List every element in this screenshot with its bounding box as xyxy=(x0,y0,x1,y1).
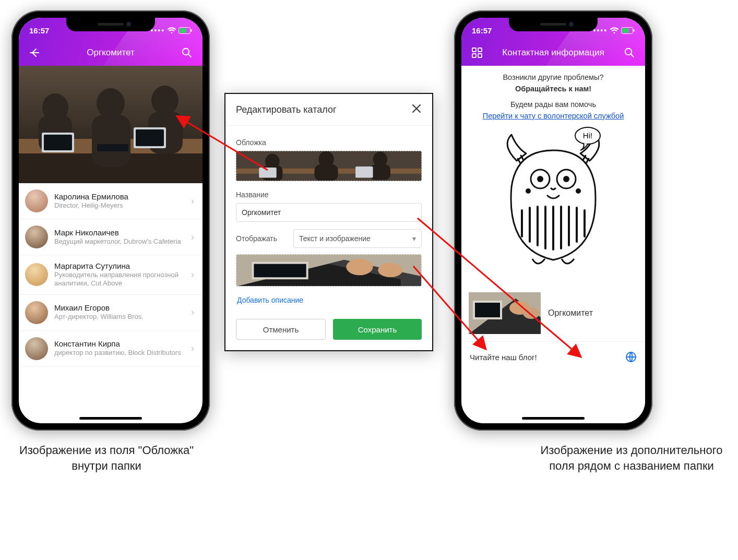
notch xyxy=(66,18,155,31)
avatar xyxy=(25,263,48,286)
svg-rect-23 xyxy=(314,164,338,181)
contact-name: Маргарита Сутулина xyxy=(54,261,185,271)
list-item[interactable]: Константин Кирпадиректор по развитию, Bl… xyxy=(19,331,203,367)
svg-rect-37 xyxy=(634,29,635,32)
svg-point-50 xyxy=(576,188,581,194)
status-time: 16:57 xyxy=(29,26,49,35)
close-button[interactable] xyxy=(411,103,422,116)
dialog-title: Редактировать каталог xyxy=(236,104,337,115)
svg-rect-15 xyxy=(44,135,72,150)
svg-rect-1 xyxy=(180,28,186,33)
svg-point-65 xyxy=(523,307,540,319)
svg-rect-17 xyxy=(97,144,128,151)
page-title: Контактная информация xyxy=(485,47,621,58)
contact-sub: директор по развитию, Block Distributors xyxy=(54,349,185,357)
caption-left: Изображение из поля "Обложка" внутри пап… xyxy=(18,443,195,473)
contact-sub: Ведущий маркетолог, Dubrow's Cafeteria xyxy=(54,237,185,246)
svg-rect-2 xyxy=(191,29,192,32)
arrow-left-icon xyxy=(29,47,40,58)
battery-icon xyxy=(178,27,192,34)
close-icon xyxy=(411,103,422,114)
svg-rect-26 xyxy=(259,168,276,178)
screen-right: 16:57 ●●●● Контактная информация xyxy=(461,18,645,423)
info-line: Будем рады вам помочь xyxy=(469,100,638,109)
page-title: Оргкомитет xyxy=(43,47,178,58)
search-icon xyxy=(181,47,193,58)
volunteer-chat-link[interactable]: Перейти к чату с волонтерской службой xyxy=(483,112,624,120)
cover-label: Обложка xyxy=(236,138,422,147)
contact-sub: Руководитель направления прогнозной анал… xyxy=(54,271,185,288)
svg-rect-25 xyxy=(370,164,390,180)
search-icon xyxy=(624,47,635,58)
cellular-icon: ●●●● xyxy=(150,28,165,33)
list-item[interactable]: Маргарита СутулинаРуководитель направлен… xyxy=(19,255,203,295)
home-indicator xyxy=(79,417,142,420)
caption-right: Изображение из дополнительного поля рядо… xyxy=(538,443,725,473)
cancel-button[interactable]: Отменить xyxy=(236,319,326,340)
contact-name: Марк Николаичев xyxy=(54,228,185,237)
back-button[interactable] xyxy=(26,44,43,61)
display-value: Текст и изображение xyxy=(299,234,371,243)
list-item[interactable]: Михаил ЕгоровАрт-директор, Williams Bros… xyxy=(19,295,203,331)
notch xyxy=(509,18,598,31)
contact-sub: Арт-директор, Williams Bros. xyxy=(54,313,185,321)
speech-bubble: Hi! xyxy=(573,126,605,153)
contact-name: Константин Кирпа xyxy=(54,339,185,349)
svg-point-33 xyxy=(346,259,373,275)
svg-rect-63 xyxy=(475,303,500,317)
cellular-icon: ●●●● xyxy=(593,28,608,33)
svg-rect-40 xyxy=(472,54,476,57)
mascot-illustration: Hi! xyxy=(491,129,616,265)
grid-icon xyxy=(472,47,482,58)
svg-point-49 xyxy=(526,188,531,194)
chevron-right-icon: › xyxy=(191,196,194,207)
contact-list: Каролина ЕрмиловаDirector, Heilig-Meyers… xyxy=(19,183,203,367)
cover-image-picker[interactable] xyxy=(236,151,422,181)
org-thumbnail xyxy=(469,292,541,334)
chevron-down-icon: ▾ xyxy=(412,234,416,243)
list-item[interactable]: Каролина ЕрмиловаDirector, Heilig-Meyers… xyxy=(19,183,203,219)
divider xyxy=(461,341,645,342)
status-icons: ●●●● xyxy=(593,27,635,34)
svg-point-9 xyxy=(97,88,125,118)
avatar xyxy=(25,301,48,324)
contact-sub: Director, Heilig-Meyers xyxy=(54,201,185,210)
screen-left: 16:57 ●●●● Оргкомитет xyxy=(19,18,203,423)
svg-point-34 xyxy=(378,263,402,278)
svg-rect-38 xyxy=(472,48,476,52)
status-time: 16:57 xyxy=(472,26,492,35)
svg-point-47 xyxy=(537,176,543,182)
save-button[interactable]: Сохранить xyxy=(333,319,422,340)
apps-button[interactable] xyxy=(469,44,485,61)
info-line: Возникли другие проблемы? xyxy=(469,73,638,81)
home-indicator xyxy=(522,417,585,420)
svg-rect-10 xyxy=(92,115,130,167)
phone-right: 16:57 ●●●● Контактная информация xyxy=(454,10,652,431)
battery-icon xyxy=(621,27,635,34)
search-button[interactable] xyxy=(621,44,638,61)
org-label: Оргкомитет xyxy=(548,308,593,318)
list-item[interactable]: Марк НиколаичевВедущий маркетолог, Dubro… xyxy=(19,219,203,255)
globe-icon[interactable] xyxy=(625,351,637,363)
contact-name: Михаил Егоров xyxy=(54,303,185,313)
avatar xyxy=(25,225,48,248)
chevron-right-icon: › xyxy=(191,307,194,318)
chevron-right-icon: › xyxy=(191,343,194,354)
cover-image xyxy=(19,66,203,183)
search-button[interactable] xyxy=(178,44,195,61)
svg-rect-36 xyxy=(622,28,629,33)
add-description-link[interactable]: Добавить описание xyxy=(237,296,421,304)
svg-rect-16 xyxy=(136,129,164,146)
chevron-right-icon: › xyxy=(191,232,194,243)
display-select[interactable]: Текст и изображение ▾ xyxy=(293,229,422,248)
secondary-image-picker[interactable] xyxy=(236,254,422,287)
phone-left: 16:57 ●●●● Оргкомитет xyxy=(11,10,210,431)
edit-catalog-dialog: Редактировать каталог Обложка Название О… xyxy=(224,93,433,351)
chevron-right-icon: › xyxy=(191,269,194,280)
info-content: Возникли другие проблемы? Обращайтесь к … xyxy=(461,66,645,423)
svg-point-11 xyxy=(151,86,178,115)
org-card[interactable]: Оргкомитет xyxy=(469,292,638,334)
name-input[interactable] xyxy=(236,203,422,222)
display-label: Отображать xyxy=(236,234,286,243)
avatar xyxy=(25,337,48,360)
